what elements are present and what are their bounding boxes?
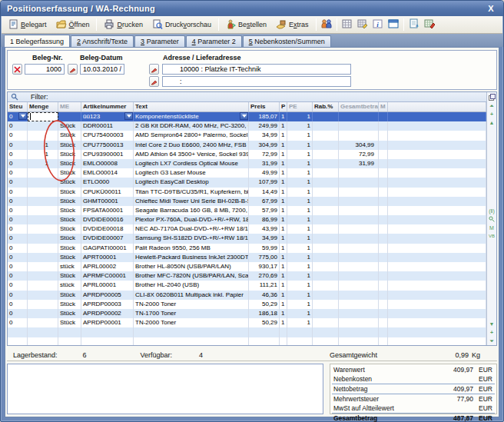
grid-cell-artikelnummer[interactable] bbox=[81, 337, 134, 346]
search-grid-icon[interactable] bbox=[487, 215, 496, 224]
grid-cell-me[interactable]: Stück bbox=[58, 121, 81, 131]
grid-cell-p[interactable]: 1 bbox=[280, 262, 287, 271]
grid-cell-artikelnummer[interactable]: EMLO00014 bbox=[81, 168, 134, 178]
table-row[interactable]: 0StückCPUKÜ00011Titan TTC-D9TB/CU35/R1, … bbox=[8, 188, 486, 197]
grid-cell-gesamtbetrag[interactable] bbox=[339, 337, 379, 346]
toolbar-grid-button[interactable] bbox=[340, 18, 355, 32]
grid-cell-steu[interactable]: 0 bbox=[8, 244, 28, 253]
grid-cell-filler[interactable] bbox=[388, 309, 486, 318]
grid-cell-preis[interactable]: 49,99 bbox=[249, 168, 280, 178]
grid-cell-filler[interactable] bbox=[388, 224, 486, 234]
grid-cell-filler[interactable] bbox=[388, 300, 486, 309]
grid-cell-text[interactable]: CLI-8X 0620B011 Multipack inkl. Papier bbox=[134, 291, 249, 300]
table-row[interactable]: 0StückAPRMFC00001Brother MFC-7820N (USB/… bbox=[8, 271, 486, 281]
grid-cell-menge[interactable] bbox=[28, 271, 58, 281]
column-header-filler[interactable] bbox=[388, 102, 486, 111]
grid-cell-rab-prozent[interactable] bbox=[313, 309, 339, 318]
grid-cell-menge[interactable] bbox=[28, 131, 58, 140]
grid-cell-m[interactable] bbox=[379, 150, 388, 159]
grid-cell-menge[interactable] bbox=[28, 300, 58, 309]
grid-cell-me[interactable]: Stück bbox=[58, 318, 81, 327]
grid-cell-gesamtbetrag[interactable] bbox=[339, 178, 379, 187]
grid-cell-preis[interactable]: 249,99 bbox=[249, 121, 280, 131]
toolbar-info-button[interactable]: i bbox=[370, 18, 386, 32]
grid-cell-steu[interactable]: 0 bbox=[8, 197, 28, 206]
grid-cell-rab-prozent[interactable] bbox=[313, 244, 339, 253]
table-row[interactable]: 0StückFPSATA00001Seagate Barracuda 160 G… bbox=[8, 206, 486, 215]
grid-cell-m[interactable] bbox=[379, 141, 388, 150]
grid-cell-preis[interactable]: 67,99 bbox=[249, 197, 280, 206]
grid-cell-artikelnummer[interactable]: CPU77500013 bbox=[81, 141, 134, 150]
grid-cell-artikelnummer[interactable]: APRL00001 bbox=[81, 281, 134, 290]
grid-cell-p[interactable] bbox=[280, 337, 287, 346]
grid-cell-m[interactable] bbox=[379, 318, 388, 327]
grid-cell-filler[interactable] bbox=[388, 150, 486, 159]
grid-cell-artikelnummer[interactable] bbox=[81, 327, 134, 337]
grid-cell-p[interactable]: 1 bbox=[280, 159, 287, 168]
edit-datum-button[interactable] bbox=[68, 64, 78, 75]
tab-1-belegerfassung[interactable]: 1 Belegerfassung bbox=[4, 35, 70, 47]
grid-cell-pe[interactable]: 1 bbox=[287, 141, 313, 150]
tab-3-parameter[interactable]: 3 Parameter bbox=[134, 35, 185, 47]
grid-cell-preis[interactable]: 31,99 bbox=[249, 159, 280, 168]
grid-cell-me[interactable]: Stück bbox=[58, 150, 81, 159]
grid-cell-steu[interactable]: 0 bbox=[8, 262, 28, 271]
grid-cell-pe[interactable]: 1 bbox=[287, 234, 313, 243]
grid-cell-steu[interactable]: 0 bbox=[8, 168, 28, 178]
grid-cell-artikelnummer[interactable]: CPU75400003 bbox=[81, 131, 134, 140]
grid-cell-text[interactable]: Logitech LX7 Cordless Optical Mouse bbox=[134, 159, 249, 168]
column-header-m[interactable]: M bbox=[379, 102, 388, 111]
grid-cell-pe[interactable]: 1 bbox=[287, 309, 313, 318]
lieferadresse-input[interactable] bbox=[162, 76, 351, 87]
toolbar-document-button[interactable]: a bbox=[406, 18, 422, 32]
grid-cell-m[interactable] bbox=[379, 300, 388, 309]
grid-cell-m[interactable] bbox=[379, 281, 388, 290]
grid-cell-p[interactable]: 1 bbox=[280, 150, 287, 159]
grid-cell-rab-prozent[interactable] bbox=[313, 337, 339, 346]
tab-5-nebenkosten-summen[interactable]: 5 Nebenkosten/Summen bbox=[243, 35, 331, 47]
grid-cell-pe[interactable]: 1 bbox=[287, 197, 313, 206]
column-header-text[interactable]: Text bbox=[134, 102, 249, 111]
table-row[interactable]: 0StückDVDIDE00016Plextor PX-760A, Dual-D… bbox=[8, 215, 486, 224]
grid-cell-m[interactable] bbox=[379, 337, 388, 346]
grid-cell-steu[interactable]: 0 bbox=[8, 159, 28, 168]
table-row[interactable]: 0StückAPRDP00005CLI-8X 0620B011 Multipac… bbox=[8, 291, 486, 300]
grid-cell-rab-prozent[interactable] bbox=[313, 253, 339, 262]
grid-cell-pe[interactable]: 1 bbox=[287, 188, 313, 197]
grid-cell-gesamtbetrag[interactable] bbox=[339, 327, 379, 337]
grid-cell-preis[interactable]: 270,69 bbox=[249, 271, 280, 281]
grid-cell-gesamtbetrag[interactable]: 72,99 bbox=[339, 150, 379, 159]
grid-cell-preis[interactable]: 34,99 bbox=[249, 131, 280, 140]
append-row-icon[interactable]: + bbox=[487, 328, 496, 337]
grid-cell-p[interactable]: 1 bbox=[280, 141, 287, 150]
grid-cell-preis[interactable]: 930,17 bbox=[249, 262, 280, 271]
grid-cell-steu[interactable]: 0 bbox=[8, 112, 28, 121]
grid-cell-rab-prozent[interactable] bbox=[313, 141, 339, 150]
grid-cell-steu[interactable]: 0 bbox=[8, 253, 28, 262]
grid-cell-menge[interactable] bbox=[28, 337, 58, 346]
grid-cell-gesamtbetrag[interactable] bbox=[339, 300, 379, 309]
grid-cell-rab-prozent[interactable] bbox=[313, 112, 339, 121]
grid-cell-gesamtbetrag[interactable] bbox=[339, 291, 379, 300]
grid-cell-filler[interactable] bbox=[388, 141, 486, 150]
grid-cell-pe[interactable]: 1 bbox=[287, 121, 313, 131]
grid-cell-steu[interactable]: 0 bbox=[8, 141, 28, 150]
grid-cell-gesamtbetrag[interactable] bbox=[339, 224, 379, 234]
grid-cell-preis[interactable]: 107,99 bbox=[249, 178, 280, 187]
tab-4-parameter-2[interactable]: 4 Parameter 2 bbox=[186, 35, 242, 47]
grid-cell-me[interactable]: Stück bbox=[58, 197, 81, 206]
grid-cell-steu[interactable]: 0 bbox=[8, 271, 28, 281]
grid-cell-p[interactable]: 1 bbox=[280, 112, 287, 121]
grid-cell-p[interactable]: 1 bbox=[280, 224, 287, 234]
toolbar-button-bestellen[interactable]: Bestellen bbox=[221, 18, 271, 32]
table-row[interactable]: 0StückDVDIDE00007Samsung SH-S182D DVD-+R… bbox=[8, 234, 486, 243]
toolbar-button-belegart[interactable]: Belegart bbox=[4, 18, 51, 32]
grid-cell-rab-prozent[interactable] bbox=[313, 300, 339, 309]
toolbar-button--ffnen[interactable]: Öffnen bbox=[51, 18, 94, 32]
grid-cell-artikelnummer[interactable]: DVDIDE00007 bbox=[81, 234, 134, 243]
grid-cell-menge[interactable] bbox=[28, 178, 58, 187]
grid-cell-pe[interactable]: 1 bbox=[287, 271, 313, 281]
grid-cell-preis[interactable]: 46,36 bbox=[249, 291, 280, 300]
menge-edit-cell[interactable] bbox=[28, 112, 58, 121]
grid-cell-steu[interactable]: 0 bbox=[8, 300, 28, 309]
